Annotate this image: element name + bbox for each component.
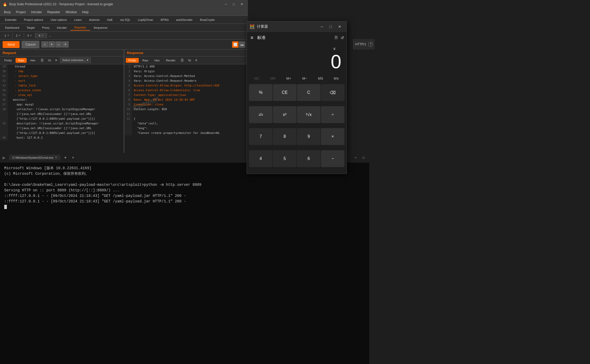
- terminal-tab-cmd[interactable]: C:\Windows\System32\cmd.exe ✕: [9, 155, 60, 160]
- nav-prev-button[interactable]: <: [41, 41, 48, 47]
- calc-expand-icon[interactable]: ∨: [252, 46, 341, 51]
- calc-8-button[interactable]: 8: [273, 128, 296, 145]
- calc-maximize-button[interactable]: □: [327, 23, 334, 30]
- calc-minus-button[interactable]: −: [321, 150, 344, 167]
- select-extension-button[interactable]: Select extension... ▾: [60, 57, 91, 63]
- terminal-add-tab[interactable]: +: [63, 155, 68, 160]
- response-list-icon[interactable]: ☰: [179, 57, 185, 63]
- terminal-cursor: [4, 205, 7, 209]
- terminal-tab-close[interactable]: ✕: [55, 156, 57, 159]
- request-more-icon[interactable]: ≡: [54, 57, 59, 63]
- code-line-29: 29 thread: [0, 64, 124, 69]
- maximize-button[interactable]: □: [231, 2, 237, 7]
- calc-history-icon[interactable]: ↺: [340, 35, 344, 40]
- tab-repeater[interactable]: Repeater: [70, 25, 90, 31]
- cancel-button[interactable]: Cancel: [22, 41, 39, 48]
- calc-menu-icon[interactable]: ≡: [250, 34, 255, 42]
- tab-project-options[interactable]: Project options: [20, 17, 47, 22]
- menu-project[interactable]: Project: [13, 9, 28, 15]
- menu-burp[interactable]: Burp: [1, 9, 13, 15]
- calc-ce-button[interactable]: CE: [273, 84, 296, 101]
- calc-mminus-button[interactable]: M−: [297, 75, 312, 82]
- help-icon[interactable]: ?: [368, 42, 373, 47]
- menu-repeater[interactable]: Repeater: [45, 9, 63, 15]
- tab-autodecoder[interactable]: autoDecoder: [172, 17, 196, 22]
- minimize-button[interactable]: ─: [223, 2, 229, 7]
- close-button[interactable]: ✕: [238, 2, 245, 7]
- tab-hae[interactable]: HaE: [103, 17, 116, 22]
- request-tab-hex[interactable]: Hex: [28, 58, 38, 63]
- tab-xia-sql[interactable]: xia SQL: [116, 17, 134, 22]
- calc-6-button[interactable]: 6: [297, 150, 320, 167]
- menu-help[interactable]: Help: [79, 9, 91, 15]
- calc-percent-button[interactable]: %: [249, 84, 272, 101]
- code-line-40: 40 host: 127.0.0.1: [0, 135, 124, 140]
- calc-c-button[interactable]: C: [297, 84, 320, 101]
- nav-prev-dropdown[interactable]: ▾: [49, 41, 55, 47]
- calc-multiply-button[interactable]: ×: [321, 128, 344, 145]
- calc-mode-label: 标准: [257, 35, 332, 41]
- response-tab-render[interactable]: Render: [163, 58, 178, 63]
- calc-mplus-button[interactable]: M+: [281, 75, 296, 82]
- tab-burpcrypto[interactable]: BurpCrypto: [196, 17, 218, 22]
- calc-9-button[interactable]: 9: [297, 128, 320, 145]
- calc-reciprocal-button[interactable]: 1/x: [249, 106, 272, 123]
- calc-7-button[interactable]: 7: [249, 128, 272, 145]
- nav-next-button[interactable]: >: [55, 41, 62, 47]
- response-tab-hex[interactable]: Hex: [152, 58, 162, 63]
- calc-mv-button[interactable]: M∨: [329, 75, 344, 82]
- menu-intruder[interactable]: Intruder: [28, 9, 45, 15]
- response-line-10: 10 Content-Length: 858: [124, 107, 248, 112]
- calc-square-button[interactable]: x²: [273, 106, 296, 123]
- calc-backspace-button[interactable]: ⌫: [321, 84, 344, 101]
- menu-window[interactable]: Window: [63, 9, 79, 15]
- terminal-dropdown[interactable]: ∨: [70, 156, 76, 159]
- tab-proxy[interactable]: Proxy: [38, 25, 53, 30]
- calc-sqrt-button[interactable]: ²√x: [297, 106, 320, 123]
- repeater-tab-2[interactable]: 2✕: [13, 33, 24, 38]
- tab-target[interactable]: Target: [23, 25, 39, 30]
- code-line-34: 34 - process_state: [0, 88, 124, 93]
- repeater-tab-4[interactable]: 4✕: [35, 33, 47, 38]
- calc-mr-button[interactable]: MR: [265, 75, 280, 82]
- tab-log4j2scan[interactable]: Log4j2Scan: [134, 17, 157, 22]
- response-newline-icon[interactable]: \n: [186, 57, 193, 63]
- calc-ms-button[interactable]: MS: [313, 75, 328, 82]
- calc-5-button[interactable]: 5: [273, 150, 296, 167]
- response-tab-pretty[interactable]: Pretty: [126, 58, 139, 63]
- split-view-button[interactable]: ⬜: [232, 41, 238, 48]
- calc-minimize-button[interactable]: ─: [318, 23, 326, 30]
- tab-learn[interactable]: Learn: [71, 17, 85, 22]
- tab-extender[interactable]: Extender: [1, 17, 20, 22]
- repeater-tab-3[interactable]: 3✕: [24, 33, 35, 38]
- terminal-content[interactable]: Microsoft Windows [版本 10.0.22631.4169] (…: [0, 162, 369, 364]
- response-more-icon[interactable]: ≡: [194, 57, 199, 63]
- calc-mc-button[interactable]: MC: [250, 75, 264, 82]
- request-tab-raw[interactable]: Raw: [16, 58, 27, 63]
- repeater-tab-1[interactable]: 1✕: [1, 33, 13, 38]
- request-code-area[interactable]: 29 thread 30 - tmp 31 - select_type 32 -…: [0, 64, 124, 156]
- request-tab-pretty[interactable]: Pretty: [2, 58, 15, 63]
- tab-dashboard[interactable]: Dashboard: [1, 25, 23, 30]
- response-code-area[interactable]: 1 HTTP/1.1 409 2 Vary: Origin 3 Vary: Ac…: [124, 64, 248, 156]
- response-line-11: 11: [124, 112, 248, 117]
- code-line-36: 36 monitor:: [0, 98, 124, 102]
- response-tab-raw[interactable]: Raw: [140, 58, 151, 63]
- tab-autorize[interactable]: Autorize: [85, 17, 103, 22]
- nav-next-dropdown[interactable]: ▾: [62, 41, 69, 47]
- request-list-icon[interactable]: ☰: [39, 57, 45, 63]
- send-button[interactable]: Send: [3, 41, 20, 48]
- calc-divide-button[interactable]: ÷: [321, 106, 344, 123]
- repeater-more-tabs[interactable]: ...: [47, 33, 54, 38]
- calc-close-button[interactable]: ✕: [335, 23, 344, 30]
- terminal-maximize[interactable]: □: [361, 155, 367, 160]
- calc-4-button[interactable]: 4: [249, 150, 272, 167]
- request-editor-toolbar: Pretty Raw Hex ☰ \n ≡ Select extension..…: [0, 56, 124, 64]
- tab-sequencer[interactable]: Sequencer: [90, 25, 111, 30]
- tab-intruder[interactable]: Intruder: [53, 25, 71, 30]
- request-newline-icon[interactable]: \n: [46, 57, 52, 63]
- tab-user-options[interactable]: User options: [47, 17, 71, 22]
- tab-apikit[interactable]: APIKit: [157, 17, 172, 22]
- terminal-minimize[interactable]: ─: [352, 155, 359, 160]
- vertical-view-button[interactable]: ▬: [239, 41, 245, 48]
